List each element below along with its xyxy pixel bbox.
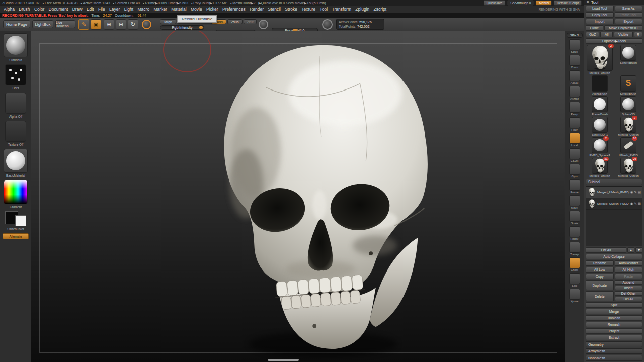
subtool-section-header[interactable]: Subtool <box>586 179 642 185</box>
copy-button[interactable]: Copy <box>586 274 614 279</box>
mrgb-button[interactable]: Mrgb <box>160 19 176 24</box>
menu-material[interactable]: Material <box>169 7 189 12</box>
see-through-slider[interactable]: See-through 0 <box>507 0 534 6</box>
all-high-button[interactable]: All High <box>615 267 643 273</box>
menu-light[interactable]: Light <box>122 7 136 12</box>
simplebrush-tool-thumb[interactable]: S <box>620 75 636 92</box>
skull-tool-thumb[interactable]: 2 <box>620 117 636 133</box>
sphere3d-tool-thumb[interactable] <box>620 96 636 112</box>
brush-preview-icon[interactable] <box>142 20 151 29</box>
tool-panel-header[interactable]: ≡ Tool <box>584 0 644 5</box>
home-page-button[interactable]: Home Page <box>3 20 30 28</box>
visibility-eye-icon[interactable]: ◉ <box>630 190 633 194</box>
ghost-icon[interactable] <box>569 257 580 268</box>
all-low-button[interactable]: All Low <box>586 267 614 273</box>
current-alpha-tile[interactable] <box>5 93 26 114</box>
clone-button[interactable]: Clone <box>586 25 603 31</box>
zsub-button[interactable]: Zsub <box>227 19 243 24</box>
paint-icon[interactable]: ✎ <box>634 202 636 206</box>
transp-icon[interactable] <box>569 242 580 253</box>
bone-tool-thumb[interactable]: 16 <box>620 137 636 153</box>
menu-zplugin[interactable]: Zplugin <box>353 7 371 12</box>
tool-cell[interactable]: SphereBrush <box>614 45 642 65</box>
polyframe-icon[interactable]: ▤ <box>638 202 641 206</box>
move-mode-button[interactable]: ⊕ <box>104 19 114 30</box>
xpose-icon[interactable] <box>569 289 580 300</box>
alpha-tool-thumb[interactable] <box>592 75 608 92</box>
viewport-canvas[interactable] <box>31 31 565 362</box>
insert-button[interactable]: Insert <box>615 286 643 290</box>
del-all-button[interactable]: Del All <box>615 297 643 301</box>
subtool-up-button[interactable]: ▲ <box>627 247 634 253</box>
menu-draw[interactable]: Draw <box>70 7 85 12</box>
alpha-preview-icon[interactable] <box>322 19 333 30</box>
menu-movie[interactable]: Movie <box>189 7 204 12</box>
extract-button[interactable]: Extract <box>586 335 642 340</box>
menu-file[interactable]: File <box>96 7 107 12</box>
sphere-tool-thumb[interactable]: 2 <box>592 137 608 153</box>
aahalf-icon[interactable] <box>569 86 580 97</box>
scale-icon[interactable] <box>569 211 580 222</box>
tool-cell[interactable]: Sphere3D_1 <box>586 117 614 137</box>
sphere3d1-tool-thumb[interactable] <box>592 117 608 133</box>
tool-cell[interactable]: 2 Merged_UMesh <box>614 117 642 137</box>
live-boolean-button[interactable]: Live Boolean <box>55 20 75 28</box>
spix-slider[interactable]: SPix 3 <box>567 33 583 38</box>
load-tool-button[interactable]: Load Tool <box>586 6 614 11</box>
skull-tool-thumb[interactable]: 31 <box>592 158 608 174</box>
menu-stencil[interactable]: Stencil <box>266 7 283 12</box>
skull-tool-thumb[interactable]: 26 <box>620 158 636 174</box>
local-icon[interactable] <box>569 133 580 144</box>
zcut-button[interactable]: Zcut <box>244 19 257 24</box>
persp-icon[interactable] <box>569 102 580 113</box>
delete-button[interactable]: Delete <box>586 291 614 301</box>
lightbox-tools-button[interactable]: Lightbox▶Tools <box>586 38 642 44</box>
solo-icon[interactable] <box>569 273 580 284</box>
edit-mode-button[interactable]: ✎ <box>78 19 89 30</box>
rgb-intensity-slider[interactable]: Rgb Intensity <box>160 25 204 30</box>
current-material-tile[interactable] <box>4 149 28 173</box>
rotate-mode-button[interactable]: ↻ <box>128 19 138 30</box>
zoom-icon[interactable] <box>569 55 580 66</box>
menu-marker[interactable]: Marker <box>151 7 169 12</box>
horizontal-scrollbar-thumb[interactable] <box>268 359 299 361</box>
tool-cell[interactable]: 31 Merged_UMesh <box>586 158 614 178</box>
frame-icon[interactable] <box>569 179 580 191</box>
menu-render[interactable]: Render <box>248 7 266 12</box>
import-button[interactable]: Import <box>586 19 614 24</box>
split-button[interactable]: Split <box>586 302 642 308</box>
sphere-tool-thumb[interactable] <box>620 45 636 61</box>
scroll-icon[interactable] <box>569 39 580 50</box>
current-brush-tile[interactable] <box>4 33 28 57</box>
tool-cell[interactable]: 26 Merged_UMesh <box>614 158 642 178</box>
save-as-button[interactable]: Save As <box>615 6 643 11</box>
rotate-icon[interactable] <box>569 226 580 237</box>
default-zscript-button[interactable]: Default ZScript <box>554 0 582 6</box>
panel-menu-icon[interactable]: ≡ <box>587 0 589 5</box>
geometry-section-header[interactable]: Geometry <box>586 341 642 347</box>
color-picker-gradient[interactable] <box>4 180 28 204</box>
del-other-button[interactable]: Del Other <box>615 291 643 296</box>
paste-tool-button[interactable]: Paste Tool <box>615 12 643 18</box>
menu-texture[interactable]: Texture <box>299 7 317 12</box>
export-button[interactable]: Export <box>615 19 643 24</box>
goz-all-button[interactable]: All <box>600 32 613 37</box>
goz-r-button[interactable]: R <box>634 32 642 37</box>
arraymesh-section-header[interactable]: ArrayMesh <box>586 348 642 354</box>
boolean-button[interactable]: Boolean <box>586 315 642 321</box>
menu-alpha[interactable]: Alpha <box>2 7 17 12</box>
scale-mode-button[interactable]: ⊞ <box>116 19 126 30</box>
menu-preferences[interactable]: Preferences <box>220 7 248 12</box>
move-icon[interactable] <box>569 195 580 206</box>
menu-zscript[interactable]: Zscript <box>371 7 388 12</box>
menus-toggle-button[interactable]: Menus <box>536 0 552 6</box>
tool-cell[interactable]: 16 UMesh_PM3D <box>614 137 642 157</box>
current-texture-tile[interactable] <box>5 121 26 142</box>
current-stroke-tile[interactable] <box>5 64 26 85</box>
tool-cell[interactable]: 2 PM3D_Sphere3 <box>586 137 614 157</box>
subtool-down-button[interactable]: ▼ <box>635 247 642 253</box>
subtool-item[interactable]: Merged_UMesh_PM3D_Sph ◉ ✎ ▤ <box>586 187 642 198</box>
menu-macro[interactable]: Macro <box>135 7 151 12</box>
polyframe-icon[interactable]: ▤ <box>638 190 641 194</box>
active-tool-thumb[interactable]: 2 <box>587 45 613 71</box>
